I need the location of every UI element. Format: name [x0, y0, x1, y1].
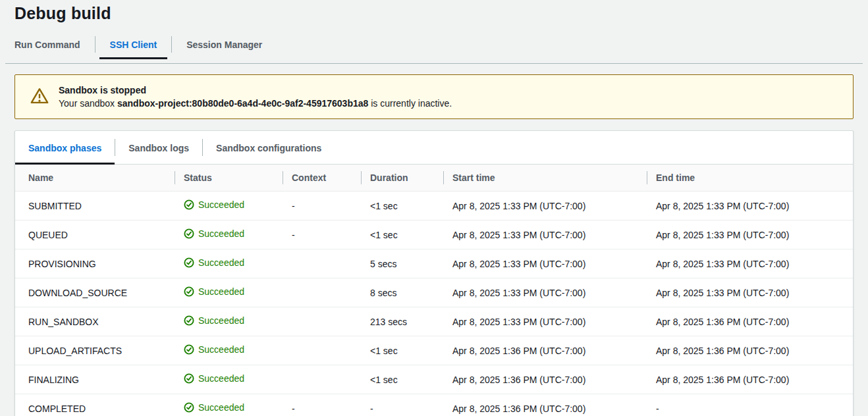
duration-cell: - [361, 394, 443, 416]
duration-cell: <1 sec [361, 365, 443, 394]
table-row: DOWNLOAD_SOURCE Succeeded8 secsApr 8, 20… [15, 278, 853, 307]
column-header-context: Context [283, 165, 361, 192]
status-label: Succeeded [198, 402, 244, 413]
duration-cell: 5 secs [361, 249, 443, 278]
start-time-cell: Apr 8, 2025 1:33 PM (UTC-7:00) [443, 221, 647, 249]
tab-label: Sandbox phases [28, 143, 101, 153]
status-indicator: Succeeded [184, 286, 244, 297]
context-cell [283, 365, 361, 394]
page-title: Debug build [14, 4, 868, 23]
card-tabs: Sandbox phases Sandbox logs Sandbox conf… [15, 131, 853, 165]
tab-run-command[interactable]: Run Command [4, 32, 91, 59]
phase-name-cell: DOWNLOAD_SOURCE [15, 278, 175, 307]
context-cell [283, 278, 361, 307]
tab-divider [171, 36, 172, 53]
sandbox-id: sandbox-project:80b80de0-6a4d-4e0c-9af2-… [117, 98, 368, 109]
table-row: UPLOAD_ARTIFACTS Succeeded<1 secApr 8, 2… [15, 336, 853, 365]
status-cell: Succeeded [175, 249, 283, 278]
alert-message: Your sandbox sandbox-project:80b80de0-6a… [59, 98, 452, 109]
status-label: Succeeded [198, 199, 244, 210]
success-check-icon [184, 402, 194, 413]
table-header-row: Name Status Context Duration Start time … [15, 165, 853, 192]
end-time-cell: Apr 8, 2025 1:36 PM (UTC-7:00) [647, 307, 853, 336]
tabs-divider-rule [5, 63, 863, 64]
table-row: COMPLETED Succeeded--Apr 8, 2025 1:36 PM… [15, 394, 853, 416]
start-time-cell: Apr 8, 2025 1:36 PM (UTC-7:00) [443, 394, 647, 416]
alert-message-prefix: Your sandbox [59, 98, 117, 109]
table-row: RUN_SANDBOX Succeeded213 secsApr 8, 2025… [15, 307, 853, 336]
status-label: Succeeded [198, 257, 244, 268]
alert-message-suffix: is currently inactive. [368, 98, 452, 109]
status-indicator: Succeeded [184, 257, 244, 268]
phase-name-cell: UPLOAD_ARTIFACTS [15, 336, 175, 365]
status-label: Succeeded [198, 373, 244, 384]
duration-cell: <1 sec [361, 192, 443, 221]
phase-name-cell: FINALIZING [15, 365, 175, 394]
status-indicator: Succeeded [184, 228, 244, 239]
main-tabs: Run Command SSH Client Session Manager [4, 32, 868, 59]
phase-name-cell: QUEUED [15, 221, 175, 249]
phase-name-cell: SUBMITTED [15, 192, 175, 221]
end-time-cell: Apr 8, 2025 1:36 PM (UTC-7:00) [647, 365, 853, 394]
tab-ssh-client[interactable]: SSH Client [99, 32, 168, 59]
end-time-cell: Apr 8, 2025 1:33 PM (UTC-7:00) [647, 192, 853, 221]
success-check-icon [184, 315, 194, 326]
tab-label: Run Command [14, 39, 80, 50]
status-cell: Succeeded [175, 221, 283, 249]
end-time-cell: Apr 8, 2025 1:33 PM (UTC-7:00) [647, 249, 853, 278]
tab-label: Sandbox logs [128, 143, 189, 153]
tab-sandbox-configurations[interactable]: Sandbox configurations [203, 131, 335, 164]
phases-table: Name Status Context Duration Start time … [15, 165, 853, 416]
success-check-icon [184, 344, 194, 355]
phase-name-cell: PROVISIONING [15, 249, 175, 278]
duration-cell: <1 sec [361, 336, 443, 365]
tab-divider [95, 36, 95, 53]
start-time-cell: Apr 8, 2025 1:33 PM (UTC-7:00) [443, 249, 647, 278]
duration-cell: 8 secs [361, 278, 443, 307]
status-cell: Succeeded [175, 336, 283, 365]
success-check-icon [184, 373, 194, 384]
status-indicator: Succeeded [184, 373, 244, 384]
table-row: SUBMITTED Succeeded-<1 secApr 8, 2025 1:… [15, 192, 853, 221]
status-cell: Succeeded [175, 365, 283, 394]
tab-session-manager[interactable]: Session Manager [176, 32, 273, 59]
start-time-cell: Apr 8, 2025 1:33 PM (UTC-7:00) [443, 192, 647, 221]
status-label: Succeeded [198, 315, 244, 326]
context-cell: - [283, 221, 361, 249]
context-cell: - [283, 192, 361, 221]
start-time-cell: Apr 8, 2025 1:36 PM (UTC-7:00) [443, 365, 647, 394]
start-time-cell: Apr 8, 2025 1:33 PM (UTC-7:00) [443, 278, 647, 307]
column-header-status: Status [175, 165, 283, 192]
tab-label: Session Manager [186, 39, 262, 50]
success-check-icon [184, 228, 194, 239]
phases-card: Sandbox phases Sandbox logs Sandbox conf… [14, 130, 854, 416]
end-time-cell: Apr 8, 2025 1:33 PM (UTC-7:00) [647, 221, 853, 249]
tab-label: Sandbox configurations [216, 143, 321, 153]
status-cell: Succeeded [175, 192, 283, 221]
status-label: Succeeded [198, 344, 244, 355]
context-cell [283, 307, 361, 336]
start-time-cell: Apr 8, 2025 1:36 PM (UTC-7:00) [443, 336, 647, 365]
table-row: QUEUED Succeeded-<1 secApr 8, 2025 1:33 … [15, 221, 853, 249]
status-cell: Succeeded [175, 307, 283, 336]
column-header-duration: Duration [361, 165, 443, 192]
end-time-cell: Apr 8, 2025 1:33 PM (UTC-7:00) [647, 278, 853, 307]
tab-sandbox-phases[interactable]: Sandbox phases [15, 131, 115, 164]
tab-sandbox-logs[interactable]: Sandbox logs [115, 131, 202, 164]
context-cell [283, 249, 361, 278]
column-header-end-time: End time [647, 165, 853, 192]
phases-table-body: SUBMITTED Succeeded-<1 secApr 8, 2025 1:… [15, 192, 853, 416]
column-header-start-time: Start time [443, 165, 647, 192]
success-check-icon [184, 199, 194, 210]
context-cell: - [283, 394, 361, 416]
status-indicator: Succeeded [184, 344, 244, 355]
status-indicator: Succeeded [184, 199, 244, 210]
phase-name-cell: COMPLETED [15, 394, 175, 416]
success-check-icon [184, 286, 194, 297]
warning-triangle-icon [30, 86, 49, 108]
status-indicator: Succeeded [184, 402, 244, 413]
status-cell: Succeeded [175, 394, 283, 416]
phase-name-cell: RUN_SANDBOX [15, 307, 175, 336]
alert-title: Sandbox is stopped [59, 85, 452, 95]
start-time-cell: Apr 8, 2025 1:33 PM (UTC-7:00) [443, 307, 647, 336]
